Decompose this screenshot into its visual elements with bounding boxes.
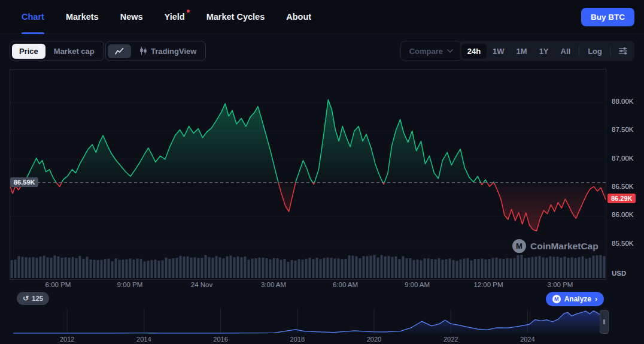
sliders-icon: [618, 47, 628, 55]
range-1y-button[interactable]: 1Y: [533, 44, 555, 59]
market-cap-toggle-button[interactable]: Market cap: [47, 44, 102, 59]
analyze-chevron-icon: ›: [595, 295, 597, 303]
y-axis-label: 86.00K: [612, 211, 633, 218]
history-icon: ↺: [23, 295, 29, 302]
tab-yield[interactable]: Yield: [165, 0, 185, 34]
nav-year-label: 2024: [520, 336, 534, 343]
navigator-drag-handle[interactable]: ‖: [600, 310, 609, 334]
range-selector: 24h 1W 1M 1Y All Log: [460, 41, 634, 61]
nav-year-label: 2016: [213, 336, 227, 343]
range-1w-button[interactable]: 1W: [487, 44, 511, 59]
log-scale-button[interactable]: Log: [582, 44, 608, 59]
x-axis-label: 9:00 PM: [117, 281, 143, 288]
x-axis-label: 6:00 AM: [333, 281, 358, 288]
nav-year-label: 2022: [443, 336, 458, 343]
x-axis-label: 3:00 PM: [548, 281, 573, 288]
y-axis-label: 87.50K: [612, 126, 633, 133]
buy-btc-button[interactable]: Buy BTC: [581, 8, 634, 26]
analyze-button[interactable]: M Analyze ›: [546, 292, 604, 306]
x-axis-label: 3:00 AM: [261, 281, 286, 288]
chevron-down-icon: [447, 49, 453, 53]
tab-chart[interactable]: Chart: [22, 0, 44, 34]
x-axis-label: 9:00 AM: [405, 281, 430, 288]
timeline-navigator[interactable]: [10, 307, 608, 335]
range-1m-button[interactable]: 1M: [511, 44, 533, 59]
nav-year-label: 2020: [367, 336, 381, 343]
nav-tabs: Chart Markets News Yield Market Cycles A…: [22, 0, 311, 34]
drag-handle-icon: ‖: [603, 319, 605, 325]
open-price-badge: 86.59K: [10, 177, 38, 187]
y-axis-label: 88.00K: [612, 98, 633, 105]
compare-button[interactable]: Compare: [400, 41, 462, 61]
history-count-badge[interactable]: ↺ 125: [17, 292, 49, 305]
coinmarketcap-chart-page: Chart Markets News Yield Market Cycles A…: [0, 0, 644, 344]
history-count: 125: [32, 295, 43, 302]
nav-year-label: 2018: [290, 336, 305, 343]
tab-markets[interactable]: Markets: [66, 0, 99, 34]
volume-bars: [11, 255, 606, 278]
tradingview-button[interactable]: TradingView: [132, 44, 203, 59]
range-all-button[interactable]: All: [555, 44, 577, 59]
range-24h-button[interactable]: 24h: [461, 44, 487, 59]
last-price-badge: 86.29K: [607, 194, 636, 203]
y-axis-label: 86.50K: [612, 183, 633, 190]
y-axis-unit: USD: [612, 270, 626, 277]
analyze-logo-icon: M: [552, 295, 561, 303]
line-chart-icon: [115, 47, 124, 55]
tab-news[interactable]: News: [120, 0, 143, 34]
coinmarketcap-watermark: M CoinMarketCap: [512, 239, 599, 253]
y-axis-label: 87.00K: [612, 155, 633, 162]
line-chart-button[interactable]: [108, 44, 131, 58]
chart-settings-button[interactable]: [613, 44, 633, 58]
candlestick-icon: [139, 47, 147, 55]
separator: [579, 46, 579, 56]
new-indicator-dot: [187, 10, 190, 13]
watermark-text: CoinMarketCap: [530, 241, 599, 252]
page-header: Chart Markets News Yield Market Cycles A…: [0, 0, 644, 34]
tab-about[interactable]: About: [286, 0, 311, 34]
tab-market-cycles[interactable]: Market Cycles: [206, 0, 265, 34]
x-axis-label: 24 Nov: [191, 281, 212, 288]
price-toggle-button[interactable]: Price: [12, 44, 45, 59]
separator: [610, 46, 611, 56]
chart-type-toggle: TradingView: [105, 41, 206, 61]
x-axis-label: 12:00 PM: [473, 281, 503, 288]
y-axis-label: 85.50K: [612, 240, 633, 247]
cmc-logo-icon: M: [512, 239, 526, 253]
nav-year-label: 2014: [136, 336, 151, 343]
nav-year-label: 2012: [60, 336, 74, 343]
metric-toggle: Price Market cap: [10, 41, 104, 61]
chart-toolbar: Price Market cap TradingView Compare 2: [10, 41, 634, 61]
x-axis-label: 6:00 PM: [45, 281, 71, 288]
